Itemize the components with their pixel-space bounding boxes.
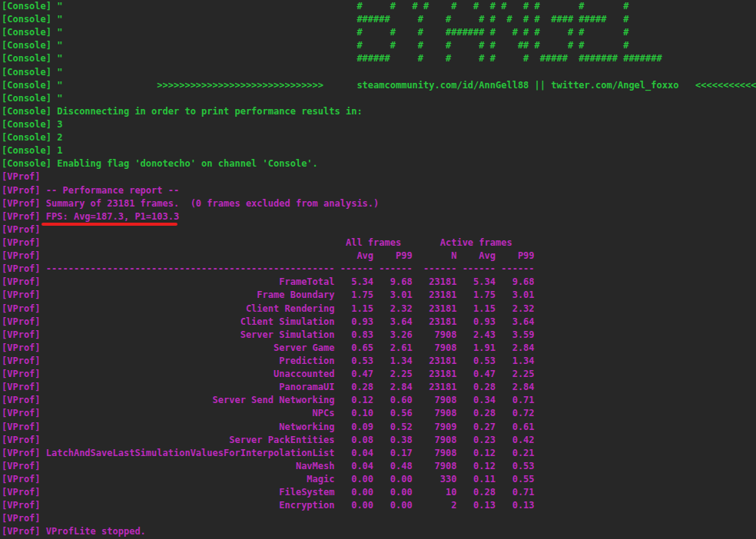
console-line: [VProf] Server Send Networking 0.12 0.60… [2, 394, 756, 407]
console-line: [VProf] LatchAndSaveLastSimulationValues… [2, 447, 756, 460]
console-line: [Console] Enabling flag 'donotecho' on c… [2, 157, 756, 170]
console-line: [VProf] FileSystem 0.00 0.00 10 0.28 0.7… [2, 486, 756, 499]
console-line: [VProf] Magic 0.00 0.00 330 0.11 0.55 [2, 473, 756, 486]
console-line: [VProf] NavMesh 0.04 0.48 7908 0.12 0.53 [2, 460, 756, 473]
console-line: [Console] " # # # ####### # # # # # # # [2, 26, 756, 39]
console-line: [VProf] Summary of 23181 frames. (0 fram… [2, 197, 756, 210]
console-line: [VProf] Encryption 0.00 0.00 2 0.13 0.13 [2, 499, 756, 512]
console-line: [Console] " # # # # # # ## # # # # [2, 39, 756, 52]
console-line: [VProf] [2, 512, 756, 525]
console-line: [Console] " ###### # # # # # ##### #####… [2, 52, 756, 65]
console-line: [VProf] [2, 170, 756, 184]
console-line: [VProf] PanoramaUI 0.28 2.84 23181 0.28 … [2, 381, 756, 394]
console-line: [Console] 3 [2, 118, 756, 131]
console-line: [Console] " ###### # # # # # # # #### ##… [2, 13, 756, 26]
console-line: [VProf] Frame Boundary 1.75 3.01 23181 1… [2, 289, 756, 302]
console-line: [VProf] -- Performance report -- [2, 184, 756, 197]
console-line: [VProf] Server PackEntities 0.08 0.38 79… [2, 434, 756, 447]
console-line: [VProf] Prediction 0.53 1.34 23181 0.53 … [2, 355, 756, 368]
console-line: [Console] " >>>>>>>>>>>>>>>>>>>>>>>>>>>>… [2, 79, 756, 92]
console-line: [VProf] VProfLite stopped. [2, 525, 756, 538]
console-line: [VProf] FrameTotal 5.34 9.68 23181 5.34 … [2, 276, 756, 289]
console-output: [Console] " # # # # # # # # # # # #[Cons… [2, 0, 756, 538]
console-line: [VProf] All frames Active frames [2, 236, 756, 250]
console-line: [VProf] Client Rendering 1.15 2.32 23181… [2, 303, 756, 316]
console-line: [Console] " [2, 66, 756, 79]
console-line: [VProf] Client Simulation 0.93 3.64 2318… [2, 316, 756, 329]
console-line: [VProf] Avg P99 N Avg P99 [2, 250, 756, 263]
console-line: [Console] " [2, 92, 756, 105]
console-line: [Console] 2 [2, 131, 756, 144]
console-line: [Console] 1 [2, 144, 756, 157]
red-underline-annotation [41, 223, 177, 226]
console-line: [VProf] Unaccounted 0.47 2.25 23181 0.47… [2, 368, 756, 381]
console-line: [VProf] Server Game 0.65 2.61 7908 1.91 … [2, 342, 756, 355]
console-line: [VProf] --------------------------------… [2, 263, 756, 276]
console-line: [VProf] Networking 0.09 0.52 7909 0.27 0… [2, 421, 756, 434]
console-line: [VProf] Server Simulation 0.83 3.26 7908… [2, 329, 756, 342]
console-line: [Console] Disconnecting in order to prin… [2, 105, 756, 118]
console-line: [Console] " # # # # # # # # # # # # [2, 0, 756, 13]
console-line: [VProf] FPS: Avg=187.3, P1=103.3 [2, 210, 756, 223]
console-line: [VProf] NPCs 0.10 0.56 7908 0.28 0.72 [2, 407, 756, 420]
